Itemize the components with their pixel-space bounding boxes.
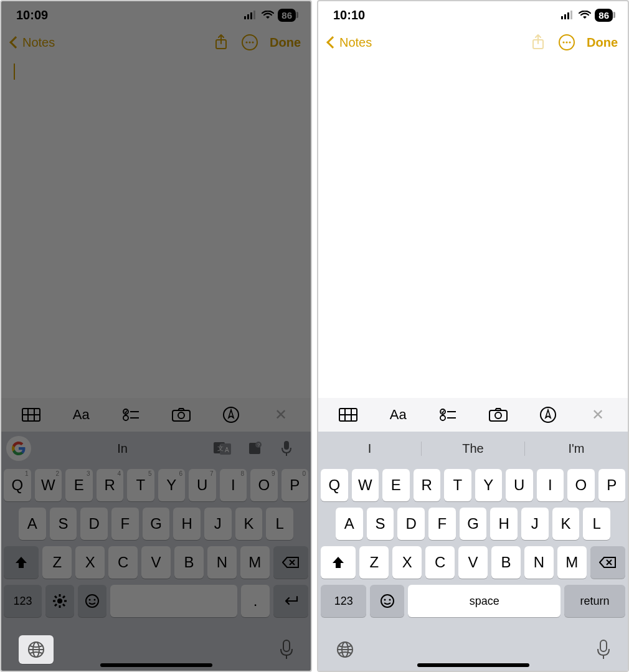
key-l[interactable]: L: [583, 508, 610, 540]
back-button[interactable]: Notes: [328, 35, 372, 50]
key-r[interactable]: R4: [97, 469, 124, 501]
camera-icon[interactable]: [487, 404, 509, 426]
emoji-key[interactable]: [370, 585, 404, 617]
space-key[interactable]: [110, 585, 237, 617]
key-y[interactable]: Y: [475, 469, 503, 501]
shift-key[interactable]: [321, 546, 356, 579]
key-q[interactable]: Q: [321, 469, 348, 501]
key-k[interactable]: K: [235, 508, 263, 540]
delete-key[interactable]: [590, 546, 625, 579]
note-body[interactable]: [318, 56, 628, 398]
table-icon[interactable]: [337, 404, 359, 426]
key-h[interactable]: H: [490, 508, 518, 540]
clipboard-icon[interactable]: ?: [247, 441, 278, 456]
key-t[interactable]: T5: [127, 469, 154, 501]
key-k[interactable]: K: [552, 508, 580, 540]
share-icon[interactable]: [529, 34, 547, 51]
key-z[interactable]: Z: [42, 546, 72, 579]
checklist-icon[interactable]: [120, 404, 142, 426]
key-p[interactable]: P0: [281, 469, 309, 501]
globe-key[interactable]: [336, 640, 354, 659]
return-key[interactable]: return: [564, 585, 625, 617]
key-x[interactable]: X: [392, 546, 422, 579]
key-v[interactable]: V: [458, 546, 488, 579]
key-s[interactable]: S: [367, 508, 394, 540]
note-body[interactable]: [1, 56, 311, 398]
key-s[interactable]: S: [50, 508, 77, 540]
markup-icon[interactable]: [537, 404, 559, 426]
numbers-key[interactable]: 123: [4, 585, 42, 617]
space-key[interactable]: space: [408, 585, 560, 617]
checklist-icon[interactable]: [437, 404, 459, 426]
key-b[interactable]: B: [174, 546, 204, 579]
return-key[interactable]: [273, 585, 308, 617]
key-n[interactable]: N: [207, 546, 237, 579]
key-l[interactable]: L: [266, 508, 293, 540]
key-b[interactable]: B: [491, 546, 521, 579]
key-f[interactable]: F: [111, 508, 139, 540]
settings-key[interactable]: [45, 585, 74, 617]
key-g[interactable]: G: [460, 508, 487, 540]
key-m[interactable]: M: [240, 546, 270, 579]
numbers-key[interactable]: 123: [321, 585, 366, 617]
key-a[interactable]: A: [19, 508, 46, 540]
key-p[interactable]: P: [598, 469, 626, 501]
more-icon[interactable]: [241, 34, 258, 51]
key-w[interactable]: W2: [35, 469, 62, 501]
back-button[interactable]: Notes: [11, 35, 55, 50]
key-j[interactable]: J: [204, 508, 232, 540]
shift-key[interactable]: [4, 546, 39, 579]
key-u[interactable]: U7: [189, 469, 216, 501]
key-o[interactable]: O: [567, 469, 595, 501]
key-e[interactable]: E3: [65, 469, 93, 501]
key-c[interactable]: C: [108, 546, 138, 579]
key-i[interactable]: I: [537, 469, 564, 501]
close-icon[interactable]: ✕: [270, 404, 292, 426]
key-d[interactable]: D: [397, 508, 425, 540]
key-j[interactable]: J: [521, 508, 549, 540]
key-a[interactable]: A: [336, 508, 363, 540]
key-n[interactable]: N: [524, 546, 554, 579]
done-button[interactable]: Done: [587, 35, 618, 50]
markup-icon[interactable]: [220, 404, 242, 426]
key-g[interactable]: G: [143, 508, 170, 540]
google-icon[interactable]: [6, 436, 31, 461]
key-m[interactable]: M: [557, 546, 587, 579]
suggestion-2[interactable]: The: [421, 442, 524, 456]
key-r[interactable]: R: [414, 469, 441, 501]
suggestion-1[interactable]: I: [318, 442, 421, 456]
key-y[interactable]: Y6: [158, 469, 186, 501]
dictation-key[interactable]: [597, 640, 610, 660]
key-c[interactable]: C: [425, 546, 455, 579]
more-icon[interactable]: [558, 34, 575, 51]
key-v[interactable]: V: [141, 546, 171, 579]
suggestion-3[interactable]: I'm: [524, 442, 628, 456]
key-z[interactable]: Z: [359, 546, 389, 579]
key-o[interactable]: O9: [250, 469, 278, 501]
text-format-icon[interactable]: Aa: [387, 404, 409, 426]
key-e[interactable]: E: [382, 469, 410, 501]
delete-key[interactable]: [273, 546, 308, 579]
dictation-key[interactable]: [280, 640, 293, 660]
key-u[interactable]: U: [506, 469, 533, 501]
key-h[interactable]: H: [173, 508, 201, 540]
done-button[interactable]: Done: [270, 35, 301, 50]
translate-icon[interactable]: 文A: [214, 441, 245, 456]
key-i[interactable]: I8: [220, 469, 247, 501]
key-t[interactable]: T: [444, 469, 471, 501]
key-q[interactable]: Q1: [4, 469, 31, 501]
key-w[interactable]: W: [352, 469, 379, 501]
close-icon[interactable]: ✕: [587, 404, 609, 426]
emoji-key[interactable]: [78, 585, 106, 617]
period-key[interactable]: .: [241, 585, 270, 617]
suggestion-1[interactable]: In: [34, 442, 211, 456]
mic-icon[interactable]: [281, 440, 306, 457]
share-icon[interactable]: [212, 34, 230, 51]
globe-key[interactable]: [19, 635, 54, 664]
table-icon[interactable]: [20, 404, 42, 426]
key-f[interactable]: F: [428, 508, 456, 540]
key-x[interactable]: X: [75, 546, 105, 579]
text-format-icon[interactable]: Aa: [70, 404, 92, 426]
camera-icon[interactable]: [170, 404, 192, 426]
key-d[interactable]: D: [80, 508, 108, 540]
